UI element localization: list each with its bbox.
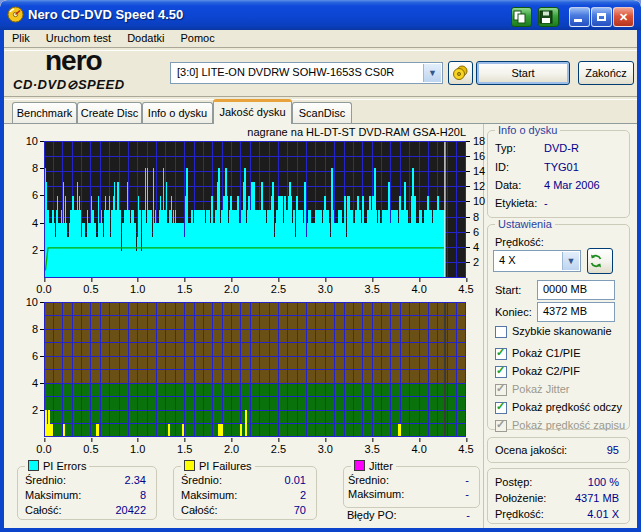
menu-uruchom-test[interactable]: Uruchom test	[38, 30, 119, 44]
axis-tick-label: 2	[32, 404, 38, 416]
axis-tick-label: 0.0	[36, 443, 51, 455]
speed-select[interactable]: 4 X ▼	[493, 250, 581, 272]
axis-tick-label: 3.0	[318, 283, 333, 295]
axis-tick-label: 6	[473, 226, 479, 238]
axis-tick-label: 0.5	[83, 283, 98, 295]
axis-tick-label: 1.5	[177, 443, 192, 455]
tab-jakosc-dysku[interactable]: Jakość dysku	[213, 99, 292, 124]
copy-button[interactable]	[511, 7, 532, 27]
speed-select-value: 4 X	[499, 254, 516, 266]
position-value: 4371 MB	[575, 492, 619, 504]
chart-title: nagrane na HL-DT-ST DVD-RAM GSA-H20L	[190, 126, 466, 138]
speed-value: 4.01 X	[587, 508, 619, 520]
drive-select[interactable]: [3:0] LITE-ON DVDRW SOHW-1653S CS0R ▼	[170, 62, 443, 84]
start-button[interactable]: Start	[476, 61, 570, 85]
copy-icon	[512, 10, 527, 24]
axis-tick-label: 16	[473, 150, 485, 162]
axis-tick-label: 4.5	[458, 443, 473, 455]
axis-tick-label: 0.5	[83, 443, 98, 455]
drive-eject-button[interactable]	[448, 61, 473, 85]
axis-tick-label: 3.5	[365, 443, 380, 455]
axis-tick-label: 8	[32, 162, 38, 174]
axis-tick-label: 3.5	[365, 283, 380, 295]
axis-tick-label: 0.0	[36, 283, 51, 295]
axis-tick-label: 3.0	[318, 443, 333, 455]
axis-tick-label: 8	[473, 211, 479, 223]
menu-pomoc[interactable]: Pomoc	[172, 30, 222, 44]
window-border-right	[637, 30, 641, 532]
pi-failures-chart	[44, 302, 466, 437]
axis-tick-label: 2.5	[271, 443, 286, 455]
quality-score-label: Ocena jakości:	[495, 444, 567, 456]
menu-plik[interactable]: Plik	[4, 30, 38, 44]
chevron-down-icon[interactable]: ▼	[562, 252, 579, 270]
pi-errors-chart	[44, 141, 466, 278]
pi-errors-legend-chip	[28, 460, 39, 471]
axis-tick-label: 10	[473, 195, 485, 207]
jitter-stats-box: Jitter Średnio:- Maksimum:-	[343, 466, 480, 508]
axis-tick-label: 12	[473, 180, 485, 192]
tab-benchmark[interactable]: Benchmark	[12, 102, 77, 124]
refresh-button[interactable]	[587, 248, 613, 274]
axis-tick-label: 4.0	[411, 443, 426, 455]
progress-value: 100 %	[588, 476, 619, 488]
refresh-icon	[588, 253, 604, 269]
axis-tick-label: 1.0	[130, 443, 145, 455]
axis-tick-label: 8	[32, 323, 38, 335]
end-mb-label: Koniec:	[495, 306, 532, 318]
nero-logo: nero	[45, 45, 102, 77]
jitter-stats-title: Jitter	[351, 460, 396, 472]
axis-tick-label: 4.0	[411, 283, 426, 295]
eject-disc-icon	[452, 65, 469, 81]
po-errors-row: Błędy PO: -	[343, 509, 480, 523]
pi-errors-stats-box: PI Errors Średnio:2.34 Maksimum:8 Całość…	[17, 466, 157, 520]
save-icon	[539, 10, 553, 24]
axis-tick-label: 1.0	[130, 283, 145, 295]
settings-box: Ustawienia Prędkość: 4 X ▼ Start: 0000 M…	[487, 224, 630, 430]
chevron-down-icon[interactable]: ▼	[423, 64, 441, 82]
header-separator	[4, 96, 637, 100]
checkbox-icon[interactable]	[495, 366, 507, 378]
pi-failures-y-axis-left: 108642	[10, 302, 44, 437]
checkbox-icon[interactable]	[495, 326, 507, 338]
menu-dodatki[interactable]: Dodatki	[119, 30, 172, 44]
disc-info-title: Info o dysku	[495, 124, 560, 136]
axis-tick-label: 6	[32, 350, 38, 362]
window-border-bottom	[0, 528, 641, 532]
exit-button[interactable]: Zakończ	[578, 61, 634, 85]
axis-tick-label: 4.5	[458, 283, 473, 295]
close-button[interactable]: ✕	[613, 7, 634, 27]
axis-tick-label: 4	[32, 377, 38, 389]
pi-errors-x-axis: 0.00.51.01.52.02.53.03.54.04.5	[44, 280, 466, 294]
jitter-legend-chip	[354, 460, 365, 471]
pi-failures-stats-title: PI Failures	[181, 460, 255, 472]
axis-tick-label: 6	[32, 189, 38, 201]
tab-info-o-dysku[interactable]: Info o dysku	[142, 102, 213, 124]
axis-tick-label: 2.5	[271, 283, 286, 295]
app-window: Nero CD-DVD Speed 4.50 ✕ PlikUruchom tes…	[0, 0, 641, 532]
start-mb-field[interactable]: 0000 MB	[537, 280, 615, 300]
axis-tick-label: 4	[473, 241, 479, 253]
app-icon	[7, 6, 24, 23]
axis-tick-label: 2	[473, 256, 479, 268]
save-button[interactable]	[538, 7, 559, 27]
tab-create-disc[interactable]: Create Disc	[77, 102, 142, 124]
pi-failures-x-axis: 0.00.51.01.52.02.53.03.54.04.5	[44, 440, 466, 454]
start-mb-label: Start:	[495, 284, 521, 296]
axis-tick-label: 1.5	[177, 283, 192, 295]
pi-errors-y-axis-left: 108642	[10, 141, 44, 278]
minimize-button[interactable]	[569, 7, 590, 27]
end-mb-field[interactable]: 4372 MB	[537, 302, 615, 322]
tab-scandisc[interactable]: ScanDisc	[292, 102, 352, 124]
disc-info-box: Info o dysku Typ:DVD-R ID:TYG01 Data:4 M…	[487, 130, 630, 218]
pi-errors-stats-title: PI Errors	[25, 460, 89, 472]
checkbox-icon[interactable]	[495, 402, 507, 414]
axis-tick-label: 2.0	[224, 283, 239, 295]
title-bar[interactable]: Nero CD-DVD Speed 4.50 ✕	[0, 0, 641, 30]
window-title: Nero CD-DVD Speed 4.50	[28, 7, 183, 22]
maximize-button[interactable]	[591, 7, 612, 27]
cddvdspeed-logo: CD·DVD⊘SPEED	[13, 77, 125, 92]
axis-tick-label: 18	[473, 135, 485, 147]
axis-tick-label: 4	[32, 217, 38, 229]
checkbox-icon[interactable]	[495, 348, 507, 360]
